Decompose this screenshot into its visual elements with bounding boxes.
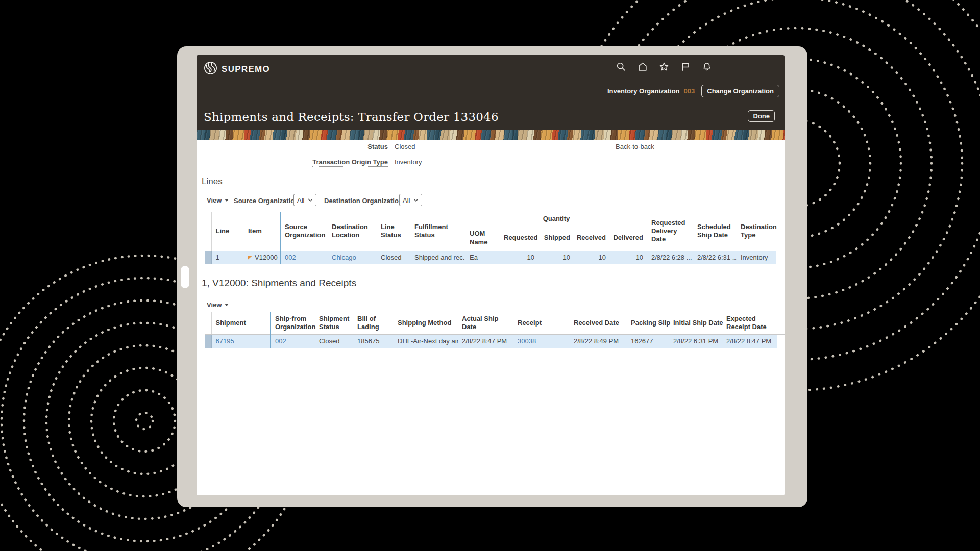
cell-shipment-status: Closed xyxy=(315,334,353,348)
column-header-received: Received xyxy=(574,226,610,251)
cell-received-date: 2/8/22 8:49 PM xyxy=(570,334,627,348)
inventory-organization-row: Inventory Organization 003 Change Organi… xyxy=(607,84,779,98)
source-organization-filter-select[interactable]: All xyxy=(293,194,316,206)
lines-toolbar: View Source Organization All Destination… xyxy=(197,194,785,207)
filler-cell xyxy=(777,334,785,348)
quantity-group-header: Quantity xyxy=(465,212,647,226)
cell-item: V12000 xyxy=(244,251,280,264)
supremo-logo-icon xyxy=(204,61,217,77)
column-header-item: Item xyxy=(244,212,280,251)
column-header-shipment-status: Shipment Status xyxy=(315,312,353,334)
source-organization-filter-label: Source Organization xyxy=(234,197,299,205)
notifications-bell-icon[interactable] xyxy=(701,61,713,72)
cell-requested-delivery-date: 2/8/22 6:28 ... xyxy=(647,251,693,264)
back-to-back-field: —Back-to-back xyxy=(604,143,654,151)
dropdown-arrow-icon xyxy=(225,199,229,202)
receipt-link[interactable]: 30038 xyxy=(518,337,536,345)
column-header-scheduled-ship-date: Scheduled Ship Date xyxy=(693,212,737,251)
column-header-initial-ship-date: Initial Ship Date xyxy=(669,312,722,334)
global-toolbar xyxy=(615,61,713,72)
back-to-back-label: Back-to-back xyxy=(616,143,654,151)
lines-section-heading: Lines xyxy=(202,177,223,187)
column-header-receipt: Receipt xyxy=(513,312,570,334)
cell-scheduled-ship-date: 2/8/22 6:31 ... xyxy=(693,251,737,264)
row-selector-cell[interactable] xyxy=(205,334,211,348)
tablet-frame: SUPREMO xyxy=(177,46,807,507)
column-header-destination-type: Destination Type xyxy=(737,212,776,251)
transaction-origin-type-label: Transaction Origin Type xyxy=(197,158,388,166)
column-header-source-organization: Source Organization xyxy=(280,212,328,251)
favorites-star-icon[interactable] xyxy=(658,61,670,72)
column-header-fulfillment-status: Fulfillment Status xyxy=(410,212,465,251)
ship-from-organization-link[interactable]: 002 xyxy=(275,337,286,345)
column-header-uom-name: UOM Name xyxy=(465,226,503,251)
status-value: Closed xyxy=(395,143,415,151)
app-window: SUPREMO xyxy=(197,55,785,495)
brand-name: SUPREMO xyxy=(222,64,270,74)
column-header-actual-ship-date: Actual Ship Date xyxy=(458,312,513,334)
cell-line-status: Closed xyxy=(377,251,410,264)
cell-requested: 10 xyxy=(503,251,538,264)
column-header-line-status: Line Status xyxy=(377,212,410,251)
destination-organization-filter-select[interactable]: All xyxy=(399,194,422,206)
column-header-requested: Requested xyxy=(503,226,538,251)
home-icon[interactable] xyxy=(636,61,648,72)
column-header-expected-receipt-date: Expected Receipt Date xyxy=(722,312,777,334)
cell-packing-slip: 162677 xyxy=(627,334,669,348)
cell-fulfillment-status: Shipped and rec... xyxy=(410,251,465,264)
desktop-background: SUPREMO xyxy=(0,0,980,551)
filler-column-header xyxy=(776,212,785,251)
column-header-shipping-method: Shipping Method xyxy=(394,312,458,334)
column-header-received-date: Received Date xyxy=(570,312,627,334)
done-label-part: D xyxy=(753,112,757,120)
done-label-accesskey: o xyxy=(758,112,762,120)
column-header-packing-slip: Packing Slip xyxy=(627,312,669,334)
destination-location-link[interactable]: Chicago xyxy=(332,254,356,261)
origin-type-field-row: Transaction Origin TypeInventory xyxy=(197,158,785,167)
search-icon[interactable] xyxy=(615,61,627,72)
cell-expected-receipt-date: 2/8/22 8:47 PM xyxy=(722,334,777,348)
shipments-table-row[interactable]: 67195 002 Closed 185675 DHL-Air-Next day… xyxy=(205,334,785,348)
done-label-part: ne xyxy=(762,112,770,120)
shipments-view-menu[interactable]: View xyxy=(207,301,229,309)
column-header-destination-location: Destination Location xyxy=(328,212,377,251)
status-field-row: StatusClosed —Back-to-back xyxy=(197,143,785,152)
source-organization-filter-value: All xyxy=(297,196,304,204)
app-header: SUPREMO xyxy=(197,55,785,130)
cell-shipment: 67195 xyxy=(211,334,271,348)
shipments-section-heading: 1, V12000: Shipments and Receipts xyxy=(202,278,356,289)
cell-destination-type: Inventory xyxy=(737,251,776,264)
cell-shipped: 10 xyxy=(538,251,574,264)
lines-view-menu[interactable]: View xyxy=(207,196,229,204)
cell-ship-from-organization: 002 xyxy=(271,334,315,348)
row-selector-cell[interactable] xyxy=(205,251,211,264)
source-organization-link[interactable]: 002 xyxy=(285,254,296,261)
lines-table: Line Item Source Organization Destinatio… xyxy=(205,212,785,264)
inventory-organization-label: Inventory Organization xyxy=(607,87,680,95)
shipments-toolbar: View xyxy=(197,298,785,312)
change-organization-button[interactable]: Change Organization xyxy=(701,85,779,97)
column-header-requested-delivery-date: Requested Delivery Date xyxy=(647,212,693,251)
cell-received: 10 xyxy=(574,251,610,264)
transaction-origin-type-label-text: Transaction Origin Type xyxy=(312,158,388,167)
done-button[interactable]: Done xyxy=(748,110,775,122)
shipment-link[interactable]: 67195 xyxy=(216,337,234,345)
chevron-down-icon xyxy=(308,198,313,202)
brand-logo: SUPREMO xyxy=(204,61,270,77)
inventory-organization-value: 003 xyxy=(684,87,695,95)
column-header-ship-from-organization: Ship-from Organization xyxy=(271,312,315,334)
flag-icon[interactable] xyxy=(679,61,691,72)
decorative-textile-strip xyxy=(197,130,785,140)
item-value: V12000 xyxy=(255,254,278,261)
back-to-back-value: — xyxy=(604,143,610,151)
cell-line: 1 xyxy=(211,251,244,264)
dropdown-arrow-icon xyxy=(225,304,229,306)
lines-table-row[interactable]: 1 V12000 002 Chicago Closed Shipped and … xyxy=(205,251,785,264)
column-header-line: Line xyxy=(211,212,244,251)
destination-organization-filter-label: Destination Organization xyxy=(324,197,403,205)
view-menu-label: View xyxy=(207,196,222,204)
cell-initial-ship-date: 2/8/22 6:31 PM xyxy=(669,334,722,348)
view-menu-label: View xyxy=(207,301,222,309)
column-header-bill-of-lading: Bill of Lading xyxy=(353,312,394,334)
cell-uom-name: Ea xyxy=(465,251,503,264)
